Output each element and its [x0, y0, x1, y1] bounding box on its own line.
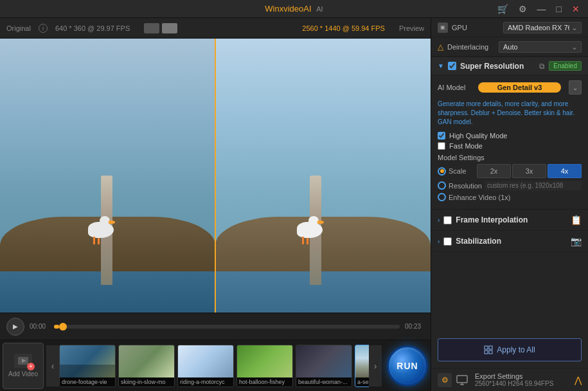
model-pill[interactable]: Gen Detail v3 — [478, 82, 561, 93]
thumbnails-strip: Add Video ‹ drone-footage-vie skiing-in-… — [0, 340, 431, 391]
resolution-input[interactable] — [485, 181, 582, 190]
thumb-prev-button[interactable]: ‹ — [46, 345, 59, 386]
thumb-item-5[interactable]: beautiful-woman-... — [296, 345, 352, 387]
thumb-item-3[interactable]: riding-a-motorcyc — [177, 345, 234, 387]
svg-rect-4 — [485, 350, 488, 354]
settings-icon[interactable]: ⚙ — [515, 3, 530, 15]
thumb-bg-3 — [178, 345, 233, 377]
resolution-radio[interactable] — [438, 181, 446, 190]
ai-model-label: AI Model — [438, 84, 473, 91]
time-start: 00:00 — [30, 323, 49, 330]
split-divider[interactable] — [215, 39, 216, 313]
right-panel: ▣ GPU AMD Radeon RX 7600 △ Deinterlacing… — [431, 18, 588, 391]
original-label: Original — [6, 24, 31, 32]
run-button[interactable]: RUN — [387, 345, 428, 386]
scale-buttons: 2x 3x 4x — [477, 164, 582, 178]
scale-btn-4x[interactable]: 4x — [548, 164, 582, 178]
gpu-select-wrapper: AMD Radeon RX 7600 — [503, 22, 582, 33]
thumb-label-5: beautiful-woman-... — [296, 377, 352, 386]
scale-btn-2x[interactable]: 2x — [477, 164, 511, 178]
stabilization-section[interactable]: › Stabilization 📷 — [431, 231, 588, 252]
export-info: Export Settings 2560*1440 H264 59.94FPS — [475, 372, 571, 387]
play-button[interactable]: ▶ — [6, 318, 24, 336]
run-btn-wrapper: RUN — [387, 345, 428, 386]
bird-right — [290, 199, 329, 244]
apply-all-button[interactable]: Apply to All — [438, 338, 582, 361]
split-view-toggle[interactable] — [162, 23, 177, 33]
bird-leg2 — [98, 238, 100, 244]
scale-btn-3x[interactable]: 3x — [512, 164, 546, 178]
view-toggles — [144, 23, 177, 33]
super-resolution-header[interactable]: ▼ Super Resolution ⧉ Enabled — [431, 57, 588, 75]
model-description: Generate more details, more clarity, and… — [438, 100, 582, 127]
thumb-label-6: a-seagull-perche — [355, 377, 369, 386]
gpu-select[interactable]: AMD Radeon RX 7600 — [503, 22, 582, 33]
stab-camera-icon[interactable]: 📷 — [571, 236, 582, 246]
export-settings-row: ⚙ Export Settings 2560*1440 H264 59.94FP… — [431, 368, 588, 391]
deinterlacing-select[interactable]: Auto — [499, 41, 582, 53]
bird-beak — [109, 221, 115, 224]
app-title: WinxvideoAI AI — [265, 4, 323, 14]
frame-interpolation-section[interactable]: › Frame Interpolation 📋 — [431, 210, 588, 231]
thumbs-container: drone-footage-vie skiing-in-slow-mo ridi… — [59, 343, 369, 389]
video-half-left — [0, 39, 215, 313]
scale-radio[interactable] — [438, 167, 446, 176]
video-area: Original i 640 * 360 @ 29.97 FPS 2560 * … — [0, 18, 431, 391]
thumb-item-2[interactable]: skiing-in-slow-mo — [118, 345, 175, 387]
ai-model-row: AI Model Gen Detail v3 ⌄ — [438, 80, 582, 95]
thumb-bg-6 — [355, 345, 369, 377]
preview-res: 2560 * 1440 @ 59.94 FPS — [302, 24, 385, 32]
svg-rect-5 — [489, 350, 492, 354]
sr-chevron-icon: ▼ — [438, 62, 444, 69]
stab-title: Stabilization — [456, 237, 567, 246]
thumb-item-4[interactable]: hot-balloon-fishey — [236, 345, 293, 387]
fi-checkbox[interactable] — [443, 216, 452, 224]
fi-copy-icon[interactable]: 📋 — [571, 215, 582, 225]
thumb-label-3: riding-a-motorcyc — [178, 377, 233, 386]
thumb-item-1[interactable]: drone-footage-vie — [59, 345, 116, 387]
deinterlacing-select-wrapper: Auto — [499, 41, 582, 53]
bird-leg1-r — [302, 237, 304, 244]
add-video-button[interactable]: Add Video — [3, 343, 44, 389]
high-quality-checkbox[interactable] — [438, 132, 445, 140]
deinterlacing-row: △ Deinterlacing Auto — [431, 37, 588, 57]
maximize-btn[interactable]: □ — [553, 3, 565, 15]
time-end: 00:23 — [405, 323, 424, 330]
info-icon[interactable]: i — [39, 24, 48, 33]
thumb-bg-5 — [296, 345, 352, 377]
timeline-track[interactable] — [54, 325, 400, 329]
model-settings-label: Model Settings — [438, 154, 582, 161]
thumb-label-1: drone-footage-vie — [60, 377, 115, 386]
water-right — [215, 271, 431, 313]
stab-chevron-icon: › — [438, 238, 440, 245]
original-video-canvas — [0, 39, 215, 313]
close-btn[interactable]: ✕ — [569, 3, 583, 15]
titlebar: WinxvideoAI AI 🛒 ⚙ — □ ✕ — [0, 0, 588, 18]
thumb-item-6[interactable]: a-seagull-perche — [355, 345, 369, 387]
resolution-row: Resolution — [438, 181, 582, 190]
bird-leg2-r — [307, 238, 308, 244]
stab-checkbox[interactable] — [443, 237, 452, 246]
sr-checkbox[interactable] — [448, 62, 456, 70]
deinterlacing-label: Deinterlacing — [447, 43, 499, 51]
minimize-btn[interactable]: — — [534, 3, 549, 15]
thumb-next-button[interactable]: › — [369, 345, 382, 386]
thumb-label-2: skiing-in-slow-mo — [119, 377, 174, 386]
fast-mode-checkbox[interactable] — [438, 142, 445, 150]
scale-row: Scale 2x 3x 4x — [438, 164, 582, 178]
panel-spacer — [431, 252, 588, 332]
single-view-toggle[interactable] — [144, 23, 159, 33]
video-toolbar: Original i 640 * 360 @ 29.97 FPS 2560 * … — [0, 18, 431, 39]
cart-icon[interactable]: 🛒 — [494, 3, 512, 15]
export-title: Export Settings — [475, 372, 571, 380]
preview-video-canvas — [215, 39, 431, 313]
model-select-arrow[interactable]: ⌄ — [569, 80, 582, 95]
gpu-row: ▣ GPU AMD Radeon RX 7600 — [431, 18, 588, 37]
enhance-radio[interactable] — [438, 193, 446, 201]
export-settings-icon: ⚙ — [438, 373, 452, 387]
export-expand-icon[interactable]: ⋀ — [575, 375, 582, 385]
sr-expand-icon[interactable]: ⧉ — [539, 62, 545, 71]
timeline-thumb[interactable] — [59, 323, 67, 331]
thumb-bg-4 — [237, 345, 292, 377]
sr-content: AI Model Gen Detail v3 ⌄ Generate more d… — [431, 75, 588, 210]
